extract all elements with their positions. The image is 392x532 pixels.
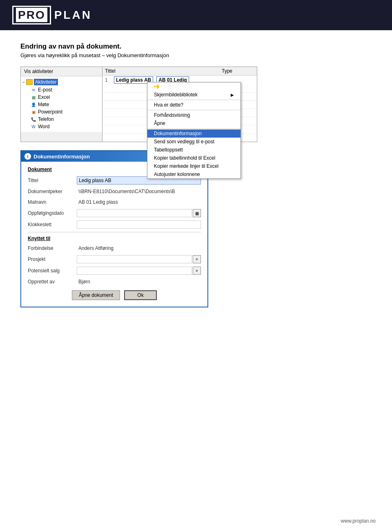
potsalg-input-group: ≡	[77, 267, 201, 275]
list-item[interactable]: ▦ Excel	[21, 93, 102, 101]
tree-toolbar: Vis aktiviteter	[21, 67, 102, 76]
powerpoint-icon: ▣	[31, 109, 36, 115]
context-menu-label: Tabelloppsett	[154, 147, 183, 153]
tree-item-phone: Telefon	[38, 116, 54, 122]
tree-item-excel: Excel	[38, 94, 50, 100]
dialog-field-opprettet: Opprettet av Bjørn	[28, 278, 201, 285]
dialog-field-klokkeslett: Klokkeslett	[28, 220, 201, 229]
page-title: Endring av navn på dokument.	[20, 42, 372, 51]
list-item[interactable]: 👤 Møte	[21, 101, 102, 108]
context-menu-label: Forhåndsvisning	[154, 112, 190, 118]
prosjekt-input-group: ≡	[77, 255, 201, 263]
context-menu-item-forh[interactable]: Forhåndsvisning	[147, 111, 241, 119]
dialog-label-opprettet: Opprettet av	[28, 279, 77, 285]
tree-item-email: E-post	[38, 87, 52, 93]
header: PRO PLAN	[0, 0, 392, 30]
row-number: 1	[105, 77, 111, 83]
dialog-date-input-group: ▦	[77, 209, 201, 217]
list-item[interactable]: W Word	[21, 123, 102, 130]
col-tittel: Tittel	[105, 68, 218, 74]
context-menu-label: Kopier tabellinnhold til Excel	[154, 155, 215, 161]
context-menu-item-kopier1[interactable]: Kopier tabellinnhold til Excel	[147, 154, 241, 162]
context-menu-item-apne[interactable]: Åpne	[147, 119, 241, 127]
table-header: Tittel Type	[102, 67, 257, 76]
calendar-button[interactable]: ▦	[193, 209, 201, 217]
prosjekt-list-button[interactable]: ≡	[193, 255, 201, 263]
dialog-label-tittel: Tittel	[28, 178, 77, 183]
tree-item-word: Word	[38, 124, 49, 129]
open-document-button[interactable]: Åpne dokument	[72, 290, 120, 300]
tree-item-ppt: Powerpoint	[38, 109, 62, 115]
tree-panel: Vis aktiviteter − Aktiviteter ✉ E-post ▦…	[21, 67, 102, 142]
dialog-field-oppfdate: Oppfølgingsdato ▦	[28, 209, 201, 217]
dialog-footer: Åpne dokument Ok	[28, 290, 201, 300]
context-menu[interactable]: Skjermbildebibliotek ▶ Hva er dette? For…	[147, 82, 241, 179]
dialog-input-oppfdate[interactable]	[77, 209, 192, 217]
context-menu-header-row	[147, 82, 241, 91]
meeting-icon: 👤	[31, 102, 36, 107]
logo-plan-text: PLAN	[51, 7, 95, 23]
page-subtitle: Gjøres via høyreklikk på musetast – velg…	[20, 52, 372, 58]
ok-button[interactable]: Ok	[124, 290, 157, 300]
dialog-input-potsalg[interactable]	[77, 267, 192, 275]
dialog-field-potsalg: Potensielt salg ≡	[28, 267, 201, 275]
col-type: Type	[222, 68, 254, 74]
context-menu-item-auto[interactable]: Autojuster kolonnene	[147, 170, 241, 178]
excel-icon: ▦	[31, 94, 36, 100]
context-menu-label: Hva er dette?	[154, 102, 183, 108]
context-menu-item-kopier2[interactable]: Kopier merkede linjer til Excel	[147, 162, 241, 170]
dialog-label-oppfdate: Oppfølgingsdato	[28, 210, 77, 216]
dialog-label-prosjekt: Prosjekt	[28, 256, 77, 262]
logo-pro-text: PRO	[12, 6, 51, 24]
context-menu-label: Send som vedlegg til e-post	[154, 139, 214, 145]
context-menu-item-send[interactable]: Send som vedlegg til e-post	[147, 138, 241, 146]
tree-item-meeting: Møte	[38, 102, 49, 107]
folder-icon	[26, 79, 33, 85]
context-menu-separator	[147, 128, 241, 129]
tree-toolbar-label: Vis aktiviteter	[24, 69, 53, 74]
dialog-input-prosjekt[interactable]	[77, 255, 192, 263]
context-menu-item-hva[interactable]: Hva er dette?	[147, 101, 241, 109]
context-menu-separator	[147, 110, 241, 110]
footer-url: www.proplan.no	[341, 518, 376, 524]
dialog-label-forbindelse: Forbindelse	[28, 245, 77, 251]
phone-icon: 📞	[31, 116, 36, 122]
dialog-value-dokpeker: \\BRN-E8110\Documents\CAT\Documents\B	[77, 188, 201, 195]
dialog-app-icon: i	[24, 153, 31, 160]
context-menu-label: Kopier merkede linjer til Excel	[154, 163, 218, 169]
dialog-body: Dokument Tittel Dokumentpeker \\BRN-E811…	[21, 162, 207, 307]
context-menu-separator	[147, 100, 241, 100]
tree-expand-icon[interactable]: −	[22, 80, 25, 85]
list-item[interactable]: 📞 Telefon	[21, 116, 102, 123]
knyttet-til-divider	[28, 232, 201, 232]
tree-items: − Aktiviteter ✉ E-post ▦ Excel 👤 Møt	[21, 76, 102, 132]
dialog-field-prosjekt: Prosjekt ≡	[28, 255, 201, 263]
dialog-label-dokpeker: Dokumentpeker	[28, 189, 77, 194]
context-menu-item-dok[interactable]: Dokumentinformasjon	[147, 129, 241, 138]
email-icon: ✉	[31, 87, 36, 93]
dialog-value-forbindelse: Anders Attføring	[77, 245, 201, 252]
submenu-arrow-icon: ▶	[231, 93, 234, 97]
dialog-label-malnavn: Malnavn	[28, 199, 77, 205]
context-menu-item-skjerm[interactable]: Skjermbildebibliotek ▶	[147, 91, 241, 99]
dialog-value-opprettet: Bjørn	[77, 278, 201, 285]
dialog-value-malnavn: AB 01 Ledig plass	[77, 198, 201, 206]
word-icon: W	[31, 124, 36, 129]
dialog-label-klokkeslett: Klokkeslett	[28, 222, 77, 227]
context-menu-label: Autojuster kolonnene	[154, 171, 200, 177]
dialog-field-malnavn: Malnavn AB 01 Ledig plass	[28, 198, 201, 206]
dialog-title-text: Dokumentinformasjon	[33, 154, 90, 160]
tree-root-label: Aktiviteter	[34, 79, 58, 85]
context-menu-label: Åpne	[154, 120, 165, 126]
context-menu-item-tabell[interactable]: Tabelloppsett	[147, 146, 241, 154]
list-item[interactable]: ✉ E-post	[21, 86, 102, 93]
dialog-input-klokkeslett[interactable]	[77, 220, 201, 229]
arrow-icon	[154, 84, 160, 89]
content-area: Endring av navn på dokument. Gjøres via …	[0, 30, 392, 320]
list-item[interactable]: ▣ Powerpoint	[21, 108, 102, 116]
dialog-title-left: i Dokumentinformasjon	[24, 153, 90, 160]
tree-root[interactable]: − Aktiviteter	[21, 78, 102, 86]
potsalg-list-button[interactable]: ≡	[193, 267, 201, 275]
context-menu-label: Dokumentinformasjon	[154, 131, 202, 136]
dialog-label-potsalg: Potensielt salg	[28, 268, 77, 274]
